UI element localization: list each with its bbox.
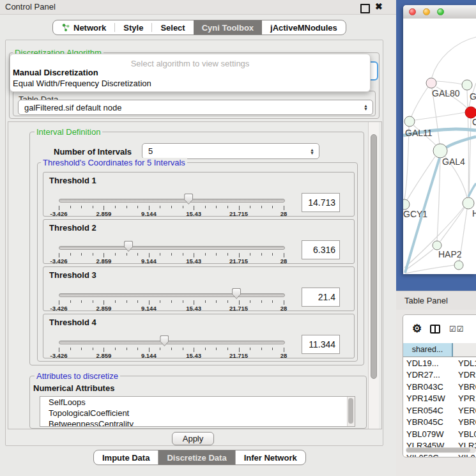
- gear-icon[interactable]: ⚙: [412, 323, 422, 334]
- network-node-h[interactable]: [463, 197, 474, 209]
- threshold-panel-1: Threshold 1-3.4262.8599.14415.4321.71528…: [43, 172, 355, 217]
- number-of-intervals-label: Number of Intervals: [54, 147, 132, 157]
- threshold-slider-thumb[interactable]: [124, 241, 133, 252]
- algorithm-option-equal-width[interactable]: Equal Width/Frequency Discretization: [13, 79, 151, 88]
- table-row[interactable]: YBR045CYBR0: [403, 417, 476, 429]
- threshold-slider-track[interactable]: [59, 246, 285, 250]
- columns-icon[interactable]: [430, 325, 440, 334]
- threshold-axis-ticks: [59, 348, 284, 352]
- combo-spinner-icon: ▲▼: [310, 148, 314, 155]
- tab-network[interactable]: Network: [53, 20, 114, 35]
- table-row[interactable]: YER054CYER0: [403, 404, 476, 417]
- table-hscrollbar-thumb[interactable]: [406, 448, 470, 452]
- threshold-axis-labels: -3.4262.8599.14415.4321.71528: [59, 352, 284, 359]
- threshold-panel-3: Threshold 3-3.4262.8599.14415.4321.71528…: [43, 266, 355, 311]
- tab-impute-data[interactable]: Impute Data: [94, 450, 158, 464]
- table-row[interactable]: YBR043CYBR0: [403, 381, 476, 393]
- close-icon[interactable]: ✖: [375, 1, 383, 12]
- axis-tick-label: 28: [265, 210, 303, 217]
- axis-tick-label: 28: [265, 257, 303, 265]
- network-node[interactable]: [454, 261, 463, 270]
- numerical-attributes-list[interactable]: SelfLoopsTopologicalCoefficientBetweenne…: [40, 396, 355, 427]
- network-node-gal4[interactable]: [433, 144, 447, 158]
- settings-scrollbar-thumb[interactable]: [371, 134, 377, 379]
- table-row[interactable]: YDL19...YDL1: [403, 357, 476, 369]
- threshold-axis-labels: -3.4262.8599.14415.4321.71528: [59, 257, 284, 265]
- tab-style[interactable]: Style: [115, 20, 151, 35]
- tab-discretize-data[interactable]: Discretize Data: [158, 450, 234, 464]
- algorithm-option-manual[interactable]: Manual Discretization: [13, 68, 98, 77]
- threshold-axis-ticks: [59, 300, 284, 305]
- cell-shared-name: YER054C: [403, 406, 453, 415]
- mac-close-icon[interactable]: [409, 8, 416, 15]
- control-panel-titlebar: Control Panel ✖: [0, 0, 396, 15]
- float-window-icon[interactable]: [360, 4, 370, 13]
- cell-name: YER0: [453, 406, 476, 415]
- checkbox-icons[interactable]: ☑☑: [449, 325, 464, 334]
- table-panel-title: Table Panel: [404, 296, 448, 305]
- network-node-gal80[interactable]: [426, 78, 436, 88]
- column-header-name[interactable]: na: [453, 343, 476, 357]
- axis-tick-label: 28: [265, 305, 303, 312]
- threshold-slider-thumb[interactable]: [184, 194, 193, 204]
- tab-infer-network[interactable]: Infer Network: [235, 450, 305, 464]
- control-panel-title: Control Panel: [5, 2, 56, 12]
- threshold-label: Threshold 2: [49, 223, 96, 233]
- axis-tick-label: 9.144: [130, 257, 168, 265]
- cell-name: YIL0: [453, 453, 476, 457]
- tab-select[interactable]: Select: [152, 20, 193, 35]
- threshold-slider-track[interactable]: [59, 199, 285, 203]
- attributes-list-scrollbar-thumb[interactable]: [348, 398, 353, 424]
- axis-tick-label: 9.144: [130, 210, 168, 217]
- threshold-label: Threshold 1: [49, 176, 96, 185]
- table-data-combo[interactable]: galFiltered.sif default node ▲▼: [18, 100, 373, 115]
- mac-minimize-icon[interactable]: [423, 8, 430, 15]
- table-row[interactable]: YPR145WYPR1: [403, 393, 476, 405]
- threshold-panel-2: Threshold 2-3.4262.8599.14415.4321.71528…: [43, 219, 355, 264]
- attribute-list-item[interactable]: TopologicalCoefficient: [40, 408, 355, 418]
- cell-shared-name: YDR27...: [403, 370, 453, 380]
- tab-label: Infer Network: [244, 453, 297, 463]
- mac-zoom-icon[interactable]: [437, 8, 444, 15]
- tab-label: Cyni Toolbox: [202, 23, 254, 33]
- cell-name: YDR2: [453, 370, 476, 380]
- network-icon: [61, 23, 70, 32]
- tab-jactivemnodules[interactable]: jActiveMNodules: [262, 20, 346, 35]
- threshold-value-field[interactable]: 21.4: [302, 288, 340, 307]
- top-tab-bar: NetworkStyleSelectCyni ToolboxjActiveMNo…: [52, 20, 346, 35]
- threshold-slider-thumb[interactable]: [232, 288, 241, 299]
- network-node-gcy1[interactable]: [403, 199, 410, 210]
- bottom-tab-bar: Impute DataDiscretize DataInfer Network: [93, 450, 306, 465]
- attributes-group-title: Attributes to discretize: [35, 371, 120, 381]
- network-node-ga[interactable]: [462, 80, 472, 90]
- table-row[interactable]: YDR27...YDR2: [403, 369, 476, 381]
- threshold-value-field[interactable]: 11.344: [302, 335, 340, 354]
- network-view-window: GAL80GACGAL11GAL4GCY1HHAP2: [403, 5, 476, 274]
- table-row[interactable]: YBL079WYBL0: [403, 428, 476, 440]
- network-node-gal11[interactable]: [404, 116, 415, 127]
- tab-cyni-toolbox[interactable]: Cyni Toolbox: [194, 20, 262, 35]
- number-of-intervals-combo[interactable]: 5 ▲▼: [142, 143, 319, 159]
- attribute-list-item[interactable]: SelfLoops: [40, 397, 355, 408]
- threshold-value-field[interactable]: 6.316: [302, 240, 340, 259]
- threshold-slider-track[interactable]: [59, 341, 285, 344]
- axis-tick-label: 2.859: [84, 352, 123, 359]
- apply-button[interactable]: Apply: [172, 432, 214, 445]
- threshold-slider-track[interactable]: [59, 293, 285, 297]
- threshold-value-field[interactable]: 14.713: [302, 193, 340, 212]
- threshold-slider-thumb[interactable]: [160, 335, 169, 346]
- column-header-shared-name[interactable]: shared...: [403, 343, 453, 357]
- network-node-hap2[interactable]: [433, 241, 441, 250]
- axis-tick-label: 15.43: [174, 210, 213, 217]
- attribute-list-item[interactable]: BetweennessCentrality: [40, 418, 355, 427]
- axis-tick-label: -3.426: [40, 210, 78, 217]
- node-label: GCY1: [403, 209, 427, 219]
- thresholds-group-title: Threshold's Coordinates for 5 Intervals: [41, 158, 187, 167]
- axis-tick-label: 9.144: [130, 352, 168, 359]
- axis-tick-label: -3.426: [40, 305, 78, 312]
- node-label: GA: [470, 91, 476, 102]
- axis-tick-label: 2.859: [84, 210, 123, 217]
- network-window-titlebar: [403, 5, 476, 19]
- network-canvas[interactable]: GAL80GACGAL11GAL4GCY1HHAP2: [403, 19, 476, 274]
- threshold-axis-ticks: [59, 206, 284, 210]
